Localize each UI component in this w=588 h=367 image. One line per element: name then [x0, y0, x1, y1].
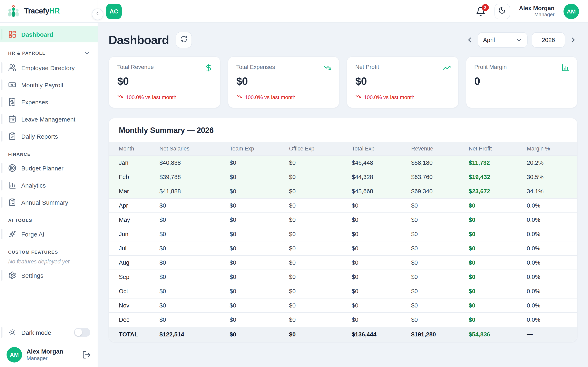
table-row-total: TOTAL$122,514$0$0$136,444$191,280$54,836… — [109, 327, 577, 342]
cell-month: Oct — [109, 284, 155, 298]
cell-month: Mar — [109, 184, 155, 198]
cell-revenue: $0 — [407, 241, 465, 256]
refresh-button[interactable] — [176, 32, 192, 48]
logout-icon[interactable] — [82, 350, 91, 359]
trending-down-icon — [236, 93, 242, 101]
page-title: Dashboard — [109, 33, 169, 47]
section-label-ai-tools: AI TOOLS — [0, 211, 98, 226]
dark-mode-toggle[interactable] — [74, 328, 90, 337]
sidebar-item-label: Annual Summary — [21, 199, 68, 206]
user-role: Manager — [26, 355, 63, 361]
kpi-value: $0 — [236, 75, 331, 88]
sidebar-item-leave-management[interactable]: Leave Management — [0, 111, 98, 127]
month-select[interactable]: April — [478, 32, 527, 48]
table-row-apr: Apr$0$0$0$0$0$00.0% — [109, 198, 577, 213]
cell-net-profit: $0 — [465, 298, 523, 313]
topbar-avatar[interactable]: AM — [563, 3, 579, 19]
sidebar-item-expenses[interactable]: Expenses — [0, 94, 98, 110]
cell-net-salaries: $0 — [155, 298, 226, 313]
bell-icon — [476, 10, 485, 17]
sparkles-icon — [8, 230, 16, 238]
cell-team-exp: $0 — [226, 198, 285, 213]
cell-month: Nov — [109, 298, 155, 313]
content-column: AC 2 Alex Morgan Manager AM Dashboard — [98, 0, 588, 367]
cell-revenue: $0 — [407, 227, 465, 241]
cell-team-exp: $0 — [226, 170, 285, 184]
theme-toggle-button[interactable] — [494, 3, 510, 19]
cell-total-exp: $0 — [348, 241, 407, 256]
kpi-delta: 100.0% vs last month — [236, 93, 331, 101]
cell-office-exp: $0 — [285, 298, 348, 313]
cell-total-exp: $0 — [348, 213, 407, 227]
table-row-sep: Sep$0$0$0$0$0$00.0% — [109, 270, 577, 284]
cell-total-exp: $136,444 — [348, 327, 407, 342]
sidebar-item-daily-reports[interactable]: Daily Reports — [0, 128, 98, 144]
cell-month: Jul — [109, 241, 155, 256]
cell-total-exp: $0 — [348, 284, 407, 298]
sidebar-item-label: Forge AI — [21, 231, 44, 238]
cell-net-salaries: $0 — [155, 256, 226, 270]
cell-margin: 0.0% — [523, 284, 577, 298]
cell-office-exp: $0 — [285, 284, 348, 298]
kpi-card-total-revenue: Total Revenue $0 100.0% vs last month — [109, 56, 220, 108]
cell-office-exp: $0 — [285, 198, 348, 213]
cell-total-exp: $0 — [348, 227, 407, 241]
kpi-value: $0 — [117, 75, 212, 88]
kpi-delta: 100.0% vs last month — [117, 93, 212, 101]
cell-net-profit: $11,732 — [465, 156, 523, 170]
sidebar-item-employee-directory[interactable]: Employee Directory — [0, 59, 98, 76]
sun-icon — [8, 328, 16, 336]
cell-revenue: $0 — [407, 298, 465, 313]
sidebar-item-budget-planner[interactable]: Budget Planner — [0, 160, 98, 176]
trending-up-icon — [442, 64, 450, 72]
cell-month: Jan — [109, 156, 155, 170]
cell-margin: 0.0% — [523, 213, 577, 227]
month-select-value: April — [483, 37, 495, 43]
cell-team-exp: $0 — [226, 184, 285, 198]
cell-net-profit: $0 — [465, 198, 523, 213]
sidebar-item-forge-ai[interactable]: Forge AI — [0, 226, 98, 242]
kpi-cards: Total Revenue $0 100.0% vs last month To… — [109, 56, 577, 108]
layout-dashboard-icon — [8, 30, 16, 38]
notifications-button[interactable]: 2 — [476, 6, 485, 16]
cell-month: May — [109, 213, 155, 227]
monthly-summary-card: Monthly Summary — 2026 MonthNet Salaries… — [109, 118, 577, 342]
cell-team-exp: $0 — [226, 156, 285, 170]
cell-net-profit: $19,432 — [465, 170, 523, 184]
sidebar-item-settings[interactable]: Settings — [0, 267, 98, 284]
topbar-user-name: Alex Morgan — [519, 4, 554, 12]
sidebar-item-label: Budget Planner — [21, 165, 63, 171]
sidebar-item-analytics[interactable]: Analytics — [0, 177, 98, 193]
chevron-down-icon[interactable] — [84, 50, 90, 56]
dark-mode-label: Dark mode — [21, 329, 51, 336]
year-input[interactable] — [532, 32, 565, 48]
table-row-mar: Mar$41,888$0$0$45,668$69,340$23,67234.1% — [109, 184, 577, 198]
column-header-team-exp: Team Exp — [226, 142, 285, 156]
sidebar-collapse-button[interactable] — [92, 8, 103, 20]
previous-month-button[interactable] — [466, 36, 474, 44]
chart-column-icon — [8, 181, 16, 189]
cell-office-exp: $0 — [285, 241, 348, 256]
next-month-button[interactable] — [569, 36, 577, 44]
chevron-left-icon — [95, 11, 100, 18]
cell-margin: 0.0% — [523, 270, 577, 284]
kpi-delta: 100.0% vs last month — [355, 93, 450, 101]
refresh-icon — [180, 35, 187, 44]
cell-margin: 0.0% — [523, 198, 577, 213]
sidebar-item-dashboard[interactable]: Dashboard — [0, 26, 98, 42]
section-label-finance: FINANCE — [0, 145, 98, 160]
avatar: AM — [7, 347, 22, 362]
table-row-feb: Feb$39,788$0$0$44,328$63,760$19,43230.5% — [109, 170, 577, 184]
sidebar-item-annual-summary[interactable]: Annual Summary — [0, 194, 98, 210]
cell-net-profit: $0 — [465, 241, 523, 256]
toggle-knob — [75, 329, 82, 336]
cell-team-exp: $0 — [226, 313, 285, 327]
topbar-user-role: Manager — [519, 12, 554, 18]
cell-net-salaries: $39,788 — [155, 170, 226, 184]
cell-net-profit: $0 — [465, 256, 523, 270]
workspace-avatar[interactable]: AC — [106, 3, 122, 19]
sidebar-item-monthly-payroll[interactable]: Monthly Payroll — [0, 77, 98, 93]
kpi-card-profit-margin: Profit Margin 0 — [466, 56, 577, 108]
cell-month: Apr — [109, 198, 155, 213]
cell-net-salaries: $0 — [155, 313, 226, 327]
